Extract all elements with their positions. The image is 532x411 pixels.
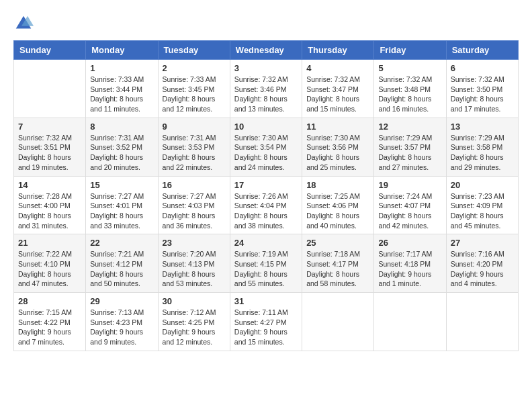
day-header-wednesday: Wednesday <box>230 41 302 60</box>
day-info: Sunrise: 7:28 AM Sunset: 4:00 PM Dayligh… <box>18 191 81 231</box>
day-info: Sunrise: 7:33 AM Sunset: 3:45 PM Dayligh… <box>163 75 226 114</box>
day-info: Sunrise: 7:31 AM Sunset: 3:52 PM Dayligh… <box>90 133 153 173</box>
day-number: 27 <box>451 238 514 248</box>
calendar-cell: 22Sunrise: 7:21 AM Sunset: 4:12 PM Dayli… <box>86 234 158 293</box>
calendar-week-row: 1Sunrise: 7:33 AM Sunset: 3:44 PM Daylig… <box>14 60 519 118</box>
day-number: 3 <box>234 63 298 73</box>
calendar-cell: 6Sunrise: 7:32 AM Sunset: 3:50 PM Daylig… <box>446 60 518 118</box>
calendar-cell: 1Sunrise: 7:33 AM Sunset: 3:44 PM Daylig… <box>86 60 158 118</box>
day-number: 19 <box>378 180 441 190</box>
calendar-cell: 26Sunrise: 7:17 AM Sunset: 4:18 PM Dayli… <box>374 234 446 293</box>
calendar-cell: 10Sunrise: 7:30 AM Sunset: 3:54 PM Dayli… <box>230 118 302 176</box>
day-number: 1 <box>90 63 153 73</box>
calendar-cell: 30Sunrise: 7:12 AM Sunset: 4:25 PM Dayli… <box>158 293 230 351</box>
calendar-cell: 18Sunrise: 7:25 AM Sunset: 4:06 PM Dayli… <box>302 176 374 234</box>
day-number: 23 <box>163 238 226 248</box>
calendar-cell: 2Sunrise: 7:33 AM Sunset: 3:45 PM Daylig… <box>158 60 230 118</box>
calendar-cell <box>14 60 86 118</box>
calendar-cell: 29Sunrise: 7:13 AM Sunset: 4:23 PM Dayli… <box>86 293 158 351</box>
day-info: Sunrise: 7:21 AM Sunset: 4:12 PM Dayligh… <box>90 249 153 289</box>
calendar-week-row: 28Sunrise: 7:15 AM Sunset: 4:22 PM Dayli… <box>14 293 519 351</box>
day-number: 11 <box>306 122 369 132</box>
day-header-monday: Monday <box>86 41 158 60</box>
page-header <box>13 13 519 34</box>
day-header-thursday: Thursday <box>302 41 374 60</box>
day-number: 31 <box>234 296 298 306</box>
day-info: Sunrise: 7:27 AM Sunset: 4:01 PM Dayligh… <box>90 191 153 231</box>
calendar-cell: 24Sunrise: 7:19 AM Sunset: 4:15 PM Dayli… <box>230 234 302 293</box>
day-number: 15 <box>90 180 153 190</box>
calendar-cell: 15Sunrise: 7:27 AM Sunset: 4:01 PM Dayli… <box>86 176 158 234</box>
day-number: 18 <box>306 180 369 190</box>
calendar-week-row: 21Sunrise: 7:22 AM Sunset: 4:10 PM Dayli… <box>14 234 519 293</box>
day-info: Sunrise: 7:30 AM Sunset: 3:56 PM Dayligh… <box>306 133 369 173</box>
calendar-cell: 12Sunrise: 7:29 AM Sunset: 3:57 PM Dayli… <box>374 118 446 176</box>
calendar-cell: 16Sunrise: 7:27 AM Sunset: 4:03 PM Dayli… <box>158 176 230 234</box>
day-info: Sunrise: 7:19 AM Sunset: 4:15 PM Dayligh… <box>234 249 298 289</box>
day-info: Sunrise: 7:15 AM Sunset: 4:22 PM Dayligh… <box>18 308 81 347</box>
day-header-friday: Friday <box>374 41 446 60</box>
calendar-cell: 4Sunrise: 7:32 AM Sunset: 3:47 PM Daylig… <box>302 60 374 118</box>
logo <box>13 13 36 34</box>
day-number: 22 <box>90 238 153 248</box>
calendar-cell: 21Sunrise: 7:22 AM Sunset: 4:10 PM Dayli… <box>14 234 86 293</box>
calendar-cell <box>374 293 446 351</box>
calendar-header-row: SundayMondayTuesdayWednesdayThursdayFrid… <box>14 41 519 60</box>
day-info: Sunrise: 7:24 AM Sunset: 4:07 PM Dayligh… <box>378 191 441 231</box>
day-header-sunday: Sunday <box>14 41 86 60</box>
calendar-cell: 5Sunrise: 7:32 AM Sunset: 3:48 PM Daylig… <box>374 60 446 118</box>
calendar-week-row: 14Sunrise: 7:28 AM Sunset: 4:00 PM Dayli… <box>14 176 519 234</box>
calendar-cell: 28Sunrise: 7:15 AM Sunset: 4:22 PM Dayli… <box>14 293 86 351</box>
calendar-cell: 11Sunrise: 7:30 AM Sunset: 3:56 PM Dayli… <box>302 118 374 176</box>
day-info: Sunrise: 7:25 AM Sunset: 4:06 PM Dayligh… <box>306 191 369 231</box>
calendar-cell: 14Sunrise: 7:28 AM Sunset: 4:00 PM Dayli… <box>14 176 86 234</box>
day-info: Sunrise: 7:22 AM Sunset: 4:10 PM Dayligh… <box>18 249 81 289</box>
day-number: 7 <box>18 122 81 132</box>
day-number: 21 <box>18 238 81 248</box>
day-number: 17 <box>234 180 298 190</box>
day-info: Sunrise: 7:26 AM Sunset: 4:04 PM Dayligh… <box>234 191 298 231</box>
day-number: 26 <box>378 238 441 248</box>
day-number: 25 <box>306 238 369 248</box>
logo-icon <box>13 13 34 34</box>
day-info: Sunrise: 7:29 AM Sunset: 3:57 PM Dayligh… <box>378 133 441 173</box>
day-info: Sunrise: 7:33 AM Sunset: 3:44 PM Dayligh… <box>90 75 153 114</box>
day-number: 28 <box>18 296 81 306</box>
day-info: Sunrise: 7:11 AM Sunset: 4:27 PM Dayligh… <box>234 308 298 347</box>
day-number: 20 <box>451 180 514 190</box>
day-number: 10 <box>234 122 298 132</box>
calendar-cell: 23Sunrise: 7:20 AM Sunset: 4:13 PM Dayli… <box>158 234 230 293</box>
day-number: 9 <box>163 122 226 132</box>
day-number: 29 <box>90 296 153 306</box>
calendar-cell: 20Sunrise: 7:23 AM Sunset: 4:09 PM Dayli… <box>446 176 518 234</box>
day-info: Sunrise: 7:32 AM Sunset: 3:48 PM Dayligh… <box>378 75 441 114</box>
calendar-cell <box>446 293 518 351</box>
calendar-cell: 8Sunrise: 7:31 AM Sunset: 3:52 PM Daylig… <box>86 118 158 176</box>
day-number: 12 <box>378 122 441 132</box>
calendar-week-row: 7Sunrise: 7:32 AM Sunset: 3:51 PM Daylig… <box>14 118 519 176</box>
day-info: Sunrise: 7:30 AM Sunset: 3:54 PM Dayligh… <box>234 133 298 173</box>
day-info: Sunrise: 7:32 AM Sunset: 3:51 PM Dayligh… <box>18 133 81 173</box>
day-info: Sunrise: 7:18 AM Sunset: 4:17 PM Dayligh… <box>306 249 369 289</box>
calendar-table: SundayMondayTuesdayWednesdayThursdayFrid… <box>13 40 519 351</box>
calendar-cell: 13Sunrise: 7:29 AM Sunset: 3:58 PM Dayli… <box>446 118 518 176</box>
day-info: Sunrise: 7:12 AM Sunset: 4:25 PM Dayligh… <box>163 308 226 347</box>
day-info: Sunrise: 7:20 AM Sunset: 4:13 PM Dayligh… <box>163 249 226 289</box>
day-info: Sunrise: 7:31 AM Sunset: 3:53 PM Dayligh… <box>163 133 226 173</box>
calendar-cell: 19Sunrise: 7:24 AM Sunset: 4:07 PM Dayli… <box>374 176 446 234</box>
calendar-cell: 17Sunrise: 7:26 AM Sunset: 4:04 PM Dayli… <box>230 176 302 234</box>
day-info: Sunrise: 7:23 AM Sunset: 4:09 PM Dayligh… <box>451 191 514 231</box>
day-number: 24 <box>234 238 298 248</box>
calendar-cell: 9Sunrise: 7:31 AM Sunset: 3:53 PM Daylig… <box>158 118 230 176</box>
day-header-saturday: Saturday <box>446 41 518 60</box>
day-info: Sunrise: 7:13 AM Sunset: 4:23 PM Dayligh… <box>90 308 153 347</box>
day-info: Sunrise: 7:16 AM Sunset: 4:20 PM Dayligh… <box>451 249 514 289</box>
day-number: 4 <box>306 63 369 73</box>
day-info: Sunrise: 7:32 AM Sunset: 3:50 PM Dayligh… <box>451 75 514 114</box>
day-info: Sunrise: 7:17 AM Sunset: 4:18 PM Dayligh… <box>378 249 441 289</box>
day-info: Sunrise: 7:27 AM Sunset: 4:03 PM Dayligh… <box>163 191 226 231</box>
day-number: 14 <box>18 180 81 190</box>
calendar-cell: 25Sunrise: 7:18 AM Sunset: 4:17 PM Dayli… <box>302 234 374 293</box>
day-number: 30 <box>163 296 226 306</box>
day-number: 8 <box>90 122 153 132</box>
